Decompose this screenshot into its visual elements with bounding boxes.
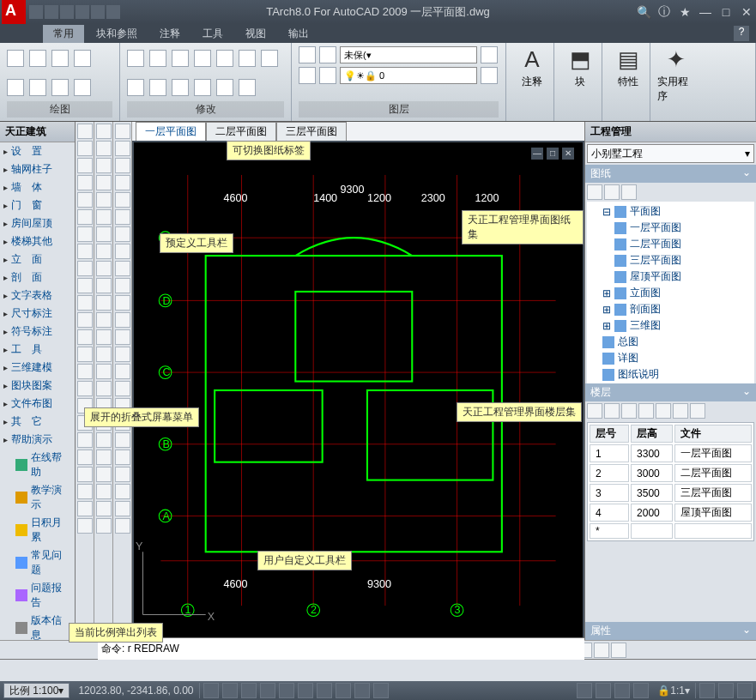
copy-icon[interactable] — [149, 50, 166, 67]
scale-icon[interactable] — [261, 50, 278, 67]
tz-item[interactable]: 其 它 — [0, 413, 75, 431]
ribbon-tab-annot[interactable]: 注释 — [149, 25, 191, 43]
tool-icon[interactable] — [96, 261, 112, 276]
qat-new-icon[interactable] — [29, 5, 43, 19]
custom-tool-icon[interactable] — [611, 643, 626, 658]
tree-item[interactable]: 屋顶平面图 — [590, 269, 751, 285]
tool-icon[interactable] — [77, 312, 93, 328]
tree-item[interactable]: ⊞剖面图 — [590, 301, 751, 317]
drawing-canvas[interactable]: — □ ✕ — [132, 141, 584, 640]
tool-icon[interactable] — [96, 381, 112, 396]
doc-close-icon[interactable]: ✕ — [562, 148, 574, 160]
otrack-icon[interactable] — [298, 683, 313, 698]
layerfrz-icon[interactable] — [319, 67, 336, 84]
search-icon[interactable]: 🔍 — [636, 4, 651, 20]
floor-tb2-icon[interactable] — [604, 403, 620, 419]
tool-icon[interactable] — [115, 432, 130, 448]
stretch-icon[interactable] — [127, 79, 144, 96]
tz-item[interactable]: 楼梯其他 — [0, 232, 75, 250]
ribbon-tab-output[interactable]: 输出 — [278, 25, 319, 43]
tool-icon[interactable] — [115, 226, 130, 242]
tool-icon[interactable] — [96, 398, 112, 413]
layerlck-icon[interactable] — [481, 67, 498, 84]
tool-icon[interactable] — [115, 381, 130, 396]
tool-icon[interactable] — [77, 124, 93, 139]
circle-icon[interactable] — [51, 50, 69, 67]
qat-undo-icon[interactable] — [76, 5, 89, 19]
ribbon-tab-common[interactable]: 常用 — [43, 25, 84, 43]
tool-icon[interactable] — [96, 484, 112, 499]
ribbon-tab-view[interactable]: 视图 — [235, 25, 276, 43]
add-sheet-icon[interactable] — [604, 184, 620, 200]
point-icon[interactable] — [74, 79, 91, 96]
dtab-1[interactable]: 一层平面图 — [136, 122, 206, 141]
tree-item[interactable]: 一层平面图 — [590, 220, 751, 236]
lwt-icon[interactable] — [354, 683, 370, 698]
arc-icon[interactable] — [29, 50, 46, 67]
dtab-3[interactable]: 三层平面图 — [276, 122, 347, 141]
tool-icon[interactable] — [115, 467, 130, 482]
floor-tb6-icon[interactable] — [673, 403, 688, 419]
tz-item[interactable]: 墙 体 — [0, 178, 75, 196]
doc-restore-icon[interactable]: □ — [547, 148, 559, 160]
tool-icon[interactable] — [77, 158, 93, 173]
tz-help-item[interactable]: 日积月累 — [0, 514, 75, 546]
tool-icon[interactable] — [77, 501, 93, 516]
tool-icon[interactable] — [77, 432, 93, 448]
layer-current-combo[interactable]: 💡☀🔒 0 — [340, 67, 477, 84]
ribbon-help-icon[interactable]: ? — [734, 26, 749, 41]
tool-icon[interactable] — [77, 329, 93, 345]
qat-print-icon[interactable] — [106, 5, 120, 19]
qp-icon[interactable] — [373, 683, 389, 698]
hatch-icon[interactable] — [29, 79, 46, 96]
table-row[interactable]: 23000二层平面图 — [590, 464, 752, 482]
tz-item[interactable]: 门 窗 — [0, 196, 75, 214]
rotate-icon[interactable] — [172, 50, 189, 67]
ribbon-tab-block[interactable]: 块和参照 — [86, 25, 148, 43]
doc-minimize-icon[interactable]: — — [531, 148, 543, 160]
tz-item[interactable]: 剖 面 — [0, 269, 75, 287]
floor-tb3-icon[interactable] — [621, 403, 637, 419]
tool-icon[interactable] — [77, 226, 93, 242]
polar-icon[interactable] — [260, 683, 275, 698]
tool-icon[interactable] — [77, 398, 93, 413]
layer-state-combo[interactable]: 未保(▾ — [340, 46, 477, 63]
rect-icon[interactable] — [74, 50, 91, 67]
custom-tool-icon[interactable] — [594, 643, 609, 658]
trim-icon[interactable] — [194, 50, 211, 67]
clean-icon[interactable] — [737, 683, 753, 698]
project-combo[interactable]: 小别墅工程▾ — [587, 144, 754, 163]
tz-item[interactable]: 帮助演示 — [0, 431, 75, 449]
maximize-icon[interactable]: □ — [718, 4, 734, 20]
explode-icon[interactable] — [239, 79, 256, 96]
dtab-2[interactable]: 二层平面图 — [206, 122, 276, 141]
tool-icon[interactable] — [96, 501, 112, 516]
tool-icon[interactable] — [96, 347, 112, 362]
ws-icon[interactable] — [718, 683, 734, 698]
tool-icon[interactable] — [77, 347, 93, 362]
tool-icon[interactable] — [77, 518, 93, 534]
tool-icon[interactable] — [96, 124, 112, 139]
tz-item[interactable]: 文字表格 — [0, 287, 75, 305]
array-icon[interactable] — [172, 79, 189, 96]
del-sheet-icon[interactable] — [621, 184, 637, 200]
tool-icon[interactable] — [96, 364, 112, 379]
tz-help-item[interactable]: 在线帮助 — [0, 449, 75, 481]
expand-icon[interactable]: ⊞ — [602, 304, 611, 316]
section-props[interactable]: 属性⌄ — [585, 622, 756, 640]
tool-icon[interactable] — [115, 329, 130, 345]
tool-icon[interactable] — [77, 467, 93, 482]
tool-icon[interactable] — [115, 261, 130, 276]
tool-icon[interactable] — [96, 244, 112, 259]
section-drawings[interactable]: 图纸⌄ — [585, 165, 756, 183]
annot-button[interactable]: A注释 — [513, 46, 551, 89]
tz-help-item[interactable]: 问题报告 — [0, 579, 75, 612]
tool-icon[interactable] — [96, 450, 112, 465]
floor-tb5-icon[interactable] — [656, 403, 671, 419]
floor-table[interactable]: 层号层高文件 13300一层平面图23000二层平面图33500三层平面图420… — [587, 422, 754, 541]
grid-icon[interactable] — [222, 683, 238, 698]
ribbon-tab-tool[interactable]: 工具 — [192, 25, 233, 43]
zoom-icon[interactable] — [633, 683, 649, 698]
tool-icon[interactable] — [115, 278, 130, 293]
floor-tb1-icon[interactable] — [587, 403, 602, 419]
